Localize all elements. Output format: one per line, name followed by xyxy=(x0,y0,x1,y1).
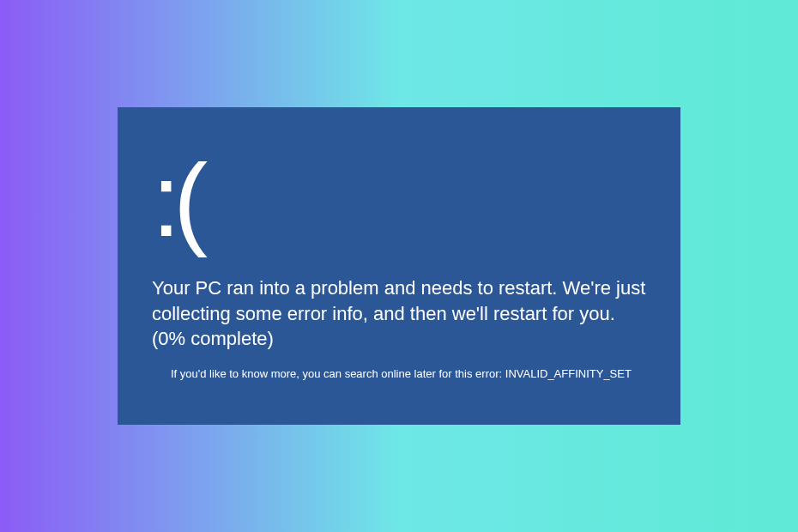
frown-icon: :( xyxy=(152,148,646,251)
error-help-text: If you'd like to know more, you can sear… xyxy=(152,367,646,380)
error-message: Your PC ran into a problem and needs to … xyxy=(152,275,646,352)
search-hint: If you'd like to know more, you can sear… xyxy=(171,367,505,380)
error-code: INVALID_AFFINITY_SET xyxy=(505,367,632,380)
bsod-panel: :( Your PC ran into a problem and needs … xyxy=(118,107,680,425)
